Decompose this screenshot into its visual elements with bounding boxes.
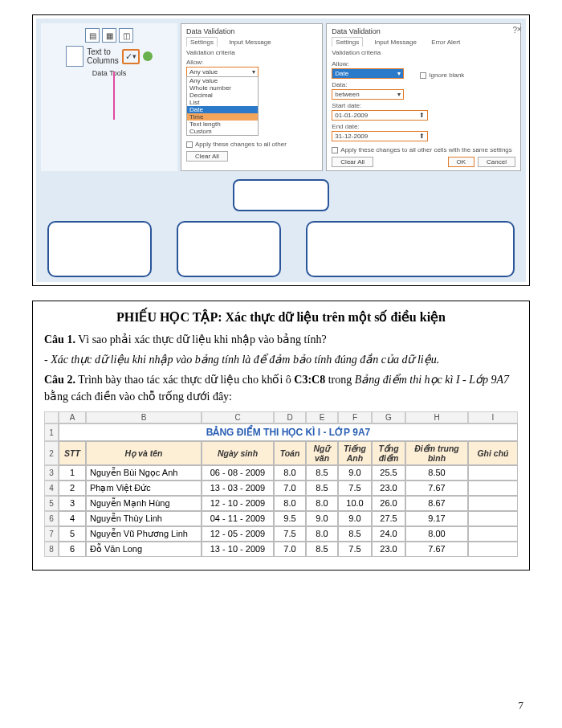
- tab-settings[interactable]: Settings: [186, 37, 218, 47]
- excel-screenshot-container: ▤ ▦ ◫ Text to Columns ✓▾ Data Tools Data: [32, 14, 530, 286]
- table-cell: 8.5: [306, 465, 338, 481]
- column-letter: A: [59, 411, 86, 423]
- dialog2-data-dropdown[interactable]: between▾: [332, 89, 404, 100]
- chevron-down-icon: ▾: [397, 91, 401, 98]
- ok-button[interactable]: OK: [448, 157, 475, 167]
- column-letter: C: [202, 411, 274, 423]
- end-date-input[interactable]: 31-12-2009 ⬆: [332, 131, 428, 141]
- dialog1-allow-label: Allow:: [186, 59, 317, 66]
- blank-answer-box-3[interactable]: [177, 221, 281, 277]
- table-cell: 5: [59, 526, 86, 542]
- option-list[interactable]: List: [187, 99, 258, 106]
- table-header-cell: Họ và tên: [86, 441, 202, 465]
- table-cell: 7.67: [405, 542, 468, 557]
- column-letter: D: [274, 411, 306, 423]
- dialog2-tabs: Settings Input Message Error Alert: [332, 39, 515, 46]
- table-cell: 7.5: [338, 481, 372, 496]
- tab-input-message-2[interactable]: Input Message: [371, 38, 419, 47]
- question-1: Câu 1. Vì sao phải xác thực dữ liệu khi …: [44, 331, 518, 348]
- dialog1-clear-all-button[interactable]: Clear All: [186, 151, 228, 162]
- table-cell: 23.0: [372, 542, 405, 557]
- tab-error-alert[interactable]: Error Alert: [428, 38, 463, 47]
- flash-fill-icon: ▤: [85, 28, 100, 43]
- ignore-blank-checkbox[interactable]: [420, 72, 426, 79]
- tab-settings-2[interactable]: Settings: [332, 37, 363, 47]
- table-cell: 8.5: [306, 481, 338, 496]
- table-cell: [468, 465, 518, 481]
- table-cell: [468, 542, 518, 557]
- q2-label: Câu 2.: [44, 374, 75, 386]
- data-validation-dialog-2: ? × Data Validation Settings Input Messa…: [326, 23, 521, 171]
- row-number: 7: [44, 526, 59, 542]
- table-cell: 7.0: [274, 542, 306, 557]
- option-any-value[interactable]: Any value: [187, 77, 258, 84]
- table-header-cell: Toán: [274, 441, 306, 465]
- table-cell: 06 - 08 - 2009: [202, 465, 274, 481]
- blank-answer-box-4[interactable]: [306, 221, 515, 277]
- tab-input-message[interactable]: Input Message: [226, 38, 274, 47]
- data-tools-label: Data Tools: [92, 69, 126, 77]
- table-cell: Nguyễn Bùi Ngọc Anh: [86, 465, 202, 481]
- start-date-input[interactable]: 01-01-2009 ⬆: [332, 110, 428, 121]
- table-cell: 9.5: [274, 511, 306, 526]
- dialog1-apply-checkbox[interactable]: [186, 141, 193, 148]
- row-number: 8: [44, 542, 59, 557]
- column-letter: I: [468, 411, 518, 423]
- blank-answer-box-1[interactable]: [233, 179, 329, 211]
- answer-1: - Xác thực dữ liệu khi nhập vào bảng tín…: [44, 351, 518, 368]
- table-cell: 9.0: [338, 465, 372, 481]
- dialog2-allow-dropdown[interactable]: Date▾: [332, 68, 404, 79]
- q2-range: C3:C8: [294, 374, 325, 386]
- table-cell: 7.5: [338, 542, 372, 557]
- text-to-columns-label: Text to Columns: [87, 47, 118, 65]
- dialog2-end-label: End date:: [332, 123, 515, 130]
- dialog2-apply-label: Apply these changes to all other cells w…: [340, 146, 511, 153]
- table-cell: 10.0: [338, 496, 372, 511]
- option-text-length[interactable]: Text length: [187, 121, 258, 128]
- table-cell: 7.0: [274, 481, 306, 496]
- data-validation-icon: ✓: [125, 51, 132, 62]
- table-cell: Nguyễn Thùy Linh: [86, 511, 202, 526]
- dialog1-allow-options: Any value Whole number Decimal List Date…: [186, 76, 259, 136]
- table-header-cell: STT: [59, 441, 86, 465]
- option-whole-number[interactable]: Whole number: [187, 84, 258, 92]
- close-icon[interactable]: ×: [517, 24, 522, 34]
- table-cell: 24.0: [372, 526, 405, 542]
- table-cell: 27.5: [372, 511, 405, 526]
- option-date[interactable]: Date: [187, 106, 258, 113]
- option-time[interactable]: Time: [187, 113, 258, 121]
- relationships-icon: [143, 51, 153, 61]
- option-decimal[interactable]: Decimal: [187, 92, 258, 99]
- row-number: 1: [44, 423, 59, 441]
- table-cell: 8.00: [405, 526, 468, 542]
- blank-answer-box-2[interactable]: [47, 221, 152, 277]
- table-cell: 1: [59, 465, 86, 481]
- column-letter: H: [405, 411, 468, 423]
- score-table: ABCDEFGHI 1BẢNG ĐIỂM THI HỌC KÌ I - LỚP …: [44, 411, 518, 557]
- q2-text-2: trong: [325, 374, 355, 386]
- table-cell: Phạm Việt Đức: [86, 481, 202, 496]
- dialog1-tabs: Settings Input Message: [186, 39, 317, 46]
- connector-line: [113, 72, 115, 120]
- column-letter: B: [86, 411, 202, 423]
- table-cell: 23.0: [372, 481, 405, 496]
- dialog2-data-value: between: [335, 91, 359, 98]
- worksheet-title: PHIẾU HỌC TẬP: Xác thực dữ liệu trên một…: [44, 309, 518, 325]
- range-select-icon[interactable]: ⬆: [419, 112, 425, 119]
- table-cell: 4: [59, 511, 86, 526]
- q1-label: Câu 1.: [44, 333, 75, 346]
- cancel-button[interactable]: Cancel: [478, 157, 515, 167]
- q1-text: Vì sao phải xác thực dữ liệu khi nhập và…: [75, 333, 327, 346]
- dialog2-clear-all-button[interactable]: Clear All: [332, 157, 373, 167]
- range-select-icon[interactable]: ⬆: [419, 133, 425, 140]
- remove-duplicates-icon: ▦: [102, 28, 116, 43]
- dialog2-apply-checkbox[interactable]: [332, 147, 338, 153]
- table-cell: [468, 511, 518, 526]
- table-cell: 8.50: [405, 465, 468, 481]
- option-custom[interactable]: Custom: [187, 128, 258, 135]
- table-cell: Nguyễn Mạnh Hùng: [86, 496, 202, 511]
- table-header-cell: Tiếng Anh: [338, 441, 372, 465]
- dialog2-start-label: Start date:: [332, 102, 515, 109]
- data-validation-dialog-1: Data Validation Settings Input Message V…: [181, 23, 323, 171]
- data-validation-button-highlight[interactable]: ✓▾: [122, 49, 140, 64]
